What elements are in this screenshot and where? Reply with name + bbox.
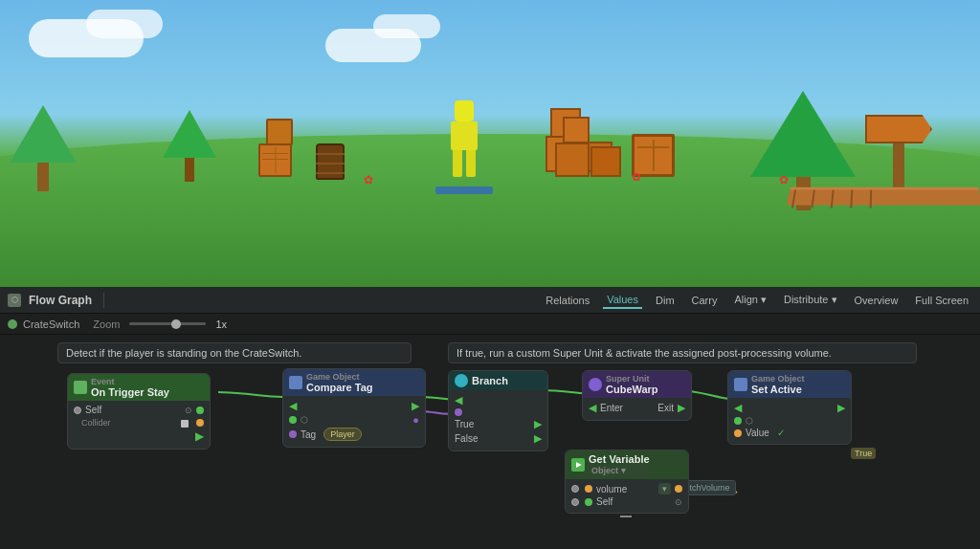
btn-relations[interactable]: Relations	[542, 293, 593, 308]
trigger-title: On Trigger Stay	[91, 386, 169, 398]
crate-2	[266, 119, 293, 145]
go-icon: ⬡	[301, 415, 308, 425]
breadcrumb-bar: CrateSwitch Zoom 1x	[0, 314, 980, 335]
branch-flow-in-arrow: ◀	[455, 394, 462, 406]
false-flow-out: ▶	[534, 432, 542, 445]
crate-right-top	[563, 117, 590, 143]
node-super-unit[interactable]: Super Unit CubeWarp ◀ Enter Exit ▶	[582, 370, 692, 421]
breadcrumb-name: CrateSwitch	[23, 318, 79, 330]
crate-right	[555, 143, 590, 177]
branch-true-row: True ▶	[455, 417, 542, 431]
breadcrumb-icon	[8, 319, 17, 329]
self-circle-gv: ⊙	[675, 497, 682, 507]
getvar-subtitle: Object ▾	[589, 465, 650, 476]
flow-out-arrow: ▶	[412, 400, 419, 412]
zoom-value: 1x	[215, 318, 227, 330]
btn-dim[interactable]: Dim	[652, 293, 679, 308]
btn-align[interactable]: Align ▾	[730, 292, 770, 308]
set-active-value-row: Value ✓	[734, 427, 845, 439]
node-compare-tag[interactable]: Game Object Compare Tag ◀ ▶ ⬡ ● Tag Play	[282, 368, 426, 448]
port-gv-self[interactable]	[585, 498, 592, 506]
collider-label: Collider	[81, 418, 111, 428]
port-collider[interactable]	[196, 419, 204, 427]
flowers: ✿	[364, 173, 373, 187]
node-header-trigger: Event On Trigger Stay	[68, 374, 210, 401]
canvas-area[interactable]: Detect if the player is standing on the …	[0, 335, 980, 545]
trigger-body: Self ⊙ Collider ▢ ▶	[68, 401, 210, 449]
port-tag-in[interactable]	[289, 430, 297, 438]
set-active-go-row: ⬡	[734, 415, 845, 427]
btn-carry[interactable]: Carry	[688, 293, 722, 308]
compare-tag-title: Compare Tag	[306, 382, 372, 393]
volume-label: volume	[596, 484, 627, 494]
set-active-flow: ◀ ▶	[734, 401, 845, 415]
port-volume-out[interactable]	[675, 485, 682, 493]
btn-values[interactable]: Values	[603, 292, 642, 309]
set-active-flow-in: ◀	[734, 402, 742, 414]
port-gv-in[interactable]	[571, 485, 579, 493]
barrel	[316, 143, 345, 180]
enter-label: Enter	[600, 403, 623, 413]
false-label-text: False	[455, 433, 478, 444]
port-self-in[interactable]	[196, 406, 204, 414]
getvar-header: ▶ Get Variable Object ▾	[566, 450, 688, 479]
tree-left	[10, 105, 77, 191]
node-branch[interactable]: Branch ◀ True True ▶ False ▶	[448, 370, 548, 451]
superunit-body: ◀ Enter Exit ▶	[583, 398, 691, 420]
node-set-active[interactable]: Game Object Set Active ◀ ▶ ⬡ Value ✓	[727, 370, 852, 445]
flowers-3: ✿	[779, 173, 789, 187]
node-on-trigger-stay[interactable]: Event On Trigger Stay Self ⊙ Collider ▢	[67, 373, 211, 450]
flowers-2: ✿	[632, 170, 641, 184]
banner-right: If true, run a custom Super Unit & activ…	[448, 342, 917, 363]
btn-fullscreen[interactable]: Full Screen	[911, 293, 972, 308]
port-self-out[interactable]	[74, 406, 81, 414]
set-active-category: Game Object	[751, 374, 805, 384]
gameobj-category: Game Object	[306, 372, 372, 382]
trigger-collider-row: Collider ▢	[74, 416, 204, 428]
event-icon	[74, 381, 87, 394]
port-gv-self-in[interactable]	[571, 498, 579, 506]
compare-tag-row: Tag Player	[289, 427, 419, 442]
branch-cond-row: True	[455, 407, 542, 417]
getvar-self-row: Self ⊙	[571, 495, 682, 508]
port-go-in[interactable]	[289, 416, 297, 424]
compare-go-row: ⬡ ●	[289, 413, 419, 427]
compare-tag-header: Game Object Compare Tag	[283, 369, 425, 396]
event-category: Event	[91, 377, 169, 386]
port-sa-value[interactable]	[734, 429, 742, 437]
port-condition[interactable]	[455, 408, 462, 416]
getvar-volume-row: volume ▾	[571, 482, 682, 495]
port-sa-go[interactable]	[734, 417, 742, 425]
cloud-2	[86, 10, 163, 38]
banner-left: Detect if the player is standing on the …	[57, 342, 412, 363]
sa-go-icon: ⬡	[746, 416, 753, 426]
set-active-title: Set Active	[751, 384, 805, 395]
branch-false-row: False ▶	[455, 431, 542, 446]
volume-dropdown[interactable]: ▾	[658, 483, 671, 494]
true-label: True	[851, 448, 876, 459]
exit-flow-out: ▶	[678, 402, 685, 414]
zoom-slider[interactable]	[129, 322, 206, 325]
set-active-header: Game Object Set Active	[728, 371, 851, 398]
zoom-thumb	[171, 319, 181, 329]
flow-graph-panel: ⬡ Flow Graph Relations Values Dim Carry …	[0, 287, 980, 549]
tag-value: Player	[323, 428, 362, 441]
checkmark: ✓	[777, 428, 785, 438]
port-volume[interactable]	[585, 485, 592, 493]
branch-title: Branch	[472, 375, 508, 386]
node-get-variable[interactable]: ▶ Get Variable Object ▾ volume ▾ Sel	[565, 450, 689, 514]
superunit-title: CubeWarp	[606, 384, 658, 395]
superunit-category: Super Unit	[606, 374, 658, 384]
compare-flow-in: ◀ ▶	[289, 399, 419, 413]
superunit-header: Super Unit CubeWarp	[583, 371, 691, 398]
trigger-flow-row: ▶	[74, 428, 204, 444]
flow-arrow-out: ▶	[195, 429, 204, 443]
getvar-title: Get Variable	[589, 453, 650, 465]
btn-distribute[interactable]: Distribute ▾	[780, 292, 841, 308]
cloud-4	[373, 14, 440, 38]
toolbar-title: Flow Graph	[29, 294, 92, 307]
self-label: Self	[85, 405, 101, 415]
trigger-self-row: Self ⊙	[74, 404, 204, 416]
zoom-label: Zoom	[93, 318, 120, 330]
btn-overview[interactable]: Overview	[851, 293, 902, 308]
